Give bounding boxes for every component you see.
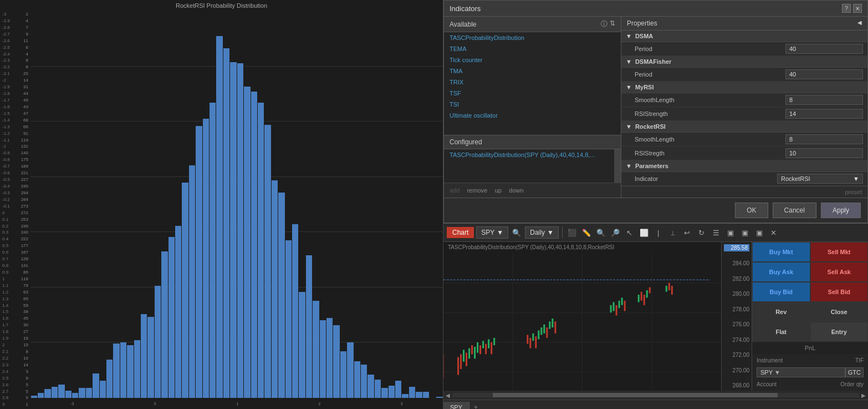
bar [395,381,401,398]
x-axis-label: -3 [70,402,74,406]
list-icon[interactable]: ☰ [710,226,722,239]
scroll-right-icon[interactable]: ▶ [861,392,866,398]
available-item[interactable]: TEMA [444,43,621,54]
available-item[interactable]: TSI [444,99,621,110]
ok-button[interactable]: OK [735,203,768,218]
available-item[interactable]: TMA [444,65,621,77]
section-collapse-icon: ▼ [626,123,632,130]
tif-dropdown[interactable]: GTC [845,367,864,377]
prop-value[interactable]: 40 [785,69,863,79]
instrument-dropdown-icon[interactable]: ▼ [774,369,780,376]
info-icon[interactable]: ⓘ [601,19,607,29]
y-label-row: 2.65 [2,383,28,388]
scroll-track[interactable] [452,393,859,397]
rev-button[interactable]: Rev [752,302,810,322]
zoom-in-icon[interactable]: 🔍 [595,226,607,239]
account-row: Account Order qty [754,380,866,388]
instrument-value[interactable]: SPY ▼ [757,367,845,377]
apply-button[interactable]: Apply [821,203,861,218]
prop-label: Period [635,46,785,52]
panel3-icon[interactable]: ▣ [753,226,765,239]
close-button[interactable]: Close [810,302,869,322]
period-dropdown-icon[interactable]: ▼ [547,229,554,236]
buy-mkt-button[interactable]: Buy Mkt [752,242,810,262]
trade-fields: Instrument TIF SPY ▼ GTC Account [752,354,868,391]
y-label-row: -0.9140 [2,151,28,156]
flat-button[interactable]: Flat [752,322,810,342]
refresh-icon[interactable]: ↻ [696,226,708,239]
prop-section-header[interactable]: ▼MyRSI [621,82,867,93]
sell-mkt-button[interactable]: Sell Mkt [810,242,869,262]
buy-sell-ask-row: Buy Ask Sell Ask [752,262,868,282]
zoom-out-icon[interactable]: 🔎 [609,226,621,239]
available-item[interactable]: TASCProbabilityDistribution [444,32,621,43]
cursor-icon[interactable]: ↖ [624,226,636,239]
sell-bid-button[interactable]: Sell Bid [810,282,869,302]
up-action[interactable]: up [495,187,502,194]
buy-ask-button[interactable]: Buy Ask [752,262,810,282]
prop-section-header[interactable]: ▼DSMA [621,31,867,42]
props-collapse-icon[interactable]: ◀ [857,19,862,27]
svg-rect-32 [554,321,556,333]
spy-tab[interactable]: SPY [443,402,469,410]
prop-section-header[interactable]: ▼RocketRSI [621,121,867,133]
prop-row: SmoothLength 8 [621,133,867,147]
bar [120,342,126,398]
buy-sell-bid-row: Buy Bid Sell Bid [752,282,868,302]
close-button[interactable]: ✕ [853,4,862,13]
configured-item[interactable]: TASCProbabilityDistribution(SPY (Daily),… [444,149,614,160]
chart-tab[interactable]: Chart [447,227,474,238]
entry-button[interactable]: Entry [810,322,869,342]
bar [340,351,346,398]
screenshot-icon[interactable]: ⬜ [638,226,650,239]
close-chart-icon[interactable]: ✕ [768,226,780,239]
prop-dropdown[interactable]: RocketRSI ▼ [777,174,863,184]
prop-value[interactable]: 40 [785,44,863,54]
scroll-left-icon[interactable]: ◀ [446,392,450,398]
bar [251,92,257,398]
undo-icon[interactable]: ↩ [681,226,693,239]
svg-rect-36 [619,301,620,308]
add-action[interactable]: add [450,187,459,194]
down-action[interactable]: down [509,187,523,194]
search-icon[interactable]: 🔍 [510,226,523,239]
order-icon[interactable]: ⟂ [667,226,679,239]
price-276: 276.00 [724,321,749,327]
available-item[interactable]: TSF [444,88,621,99]
available-controls: ⓘ ⇅ [601,19,615,29]
prop-section-header[interactable]: ▼Parameters [621,160,867,172]
cancel-button[interactable]: Cancel [773,203,816,218]
help-button[interactable]: ? [842,4,851,13]
scroll-indicator[interactable] [614,149,621,183]
bar-type-icon[interactable]: ⬛ [566,226,578,239]
add-tab-button[interactable]: + [469,401,482,410]
preset-label[interactable]: preset [845,189,862,195]
y-label-row: -0.1273 [2,204,28,209]
configured-list: TASCProbabilityDistribution(SPY (Daily),… [444,149,614,183]
dropdown-chevron[interactable]: ▼ [853,175,859,182]
y-label-row: 0.8141 [2,264,28,269]
available-item[interactable]: Tick counter [444,54,621,65]
available-item[interactable]: Ultimate oscillator [444,110,621,121]
y-label-row: -2.28 [2,65,28,70]
prop-section-header[interactable]: ▼DSMAFisher [621,56,867,68]
bar [326,318,333,398]
y-label-row: -2.94 [2,19,28,24]
panel2-icon[interactable]: ▣ [739,226,751,239]
prop-value[interactable]: 10 [785,148,863,158]
bar [354,361,360,398]
scroll-thumb[interactable] [493,393,778,397]
available-item[interactable]: TRIX [444,77,621,88]
prop-value[interactable]: 14 [785,109,863,119]
prop-value[interactable]: 8 [785,95,863,105]
symbol-dropdown-icon[interactable]: ▼ [497,229,503,236]
remove-action[interactable]: remove [467,187,488,194]
panel1-icon[interactable]: ▣ [724,226,737,239]
y-label-row: 1.459 [2,304,28,309]
sell-ask-button[interactable]: Sell Ask [810,262,869,282]
instrument-label: Instrument [757,357,783,363]
draw-icon[interactable]: ✏️ [580,226,593,239]
prop-value[interactable]: 8 [785,134,863,144]
buy-bid-button[interactable]: Buy Bid [752,282,810,302]
sort-icon[interactable]: ⇅ [610,19,615,29]
